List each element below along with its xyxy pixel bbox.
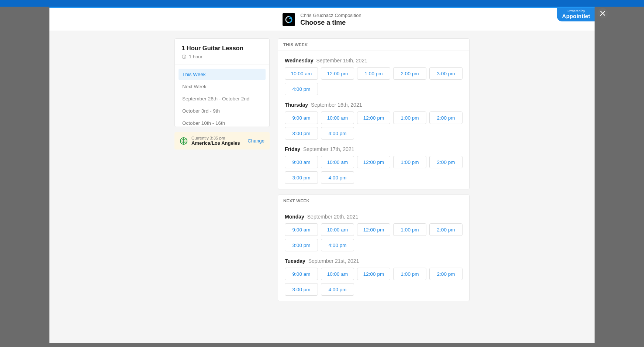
org-name: Chris Gruchacz Composition (300, 13, 361, 18)
day-label: Wednesday September 15th, 2021 (285, 58, 463, 63)
time-slot-button[interactable]: 12:00 pm (357, 111, 390, 124)
sidebar-week-item[interactable]: Next Week (179, 81, 266, 92)
service-title: 1 Hour Guitar Lesson (181, 45, 263, 52)
body-scroll[interactable]: 1 Hour Guitar Lesson 1 hour This WeekNex… (49, 31, 595, 343)
powered-by-label: Powered by (562, 10, 590, 13)
time-slot-button[interactable]: 1:00 pm (393, 111, 426, 124)
time-slot-button[interactable]: 4:00 pm (321, 283, 354, 296)
time-slot-button[interactable]: 4:00 pm (321, 239, 354, 251)
page-title: Choose a time (300, 19, 361, 27)
time-slot-button[interactable]: 12:00 pm (357, 156, 390, 168)
powered-by-badge[interactable]: Powered by Appointlet (557, 8, 595, 21)
time-slot-button[interactable]: 10:00 am (321, 111, 354, 124)
time-slot-button[interactable]: 3:00 pm (285, 127, 318, 140)
time-slot-button[interactable]: 1:00 pm (393, 223, 426, 236)
time-slot-button[interactable]: 12:00 pm (357, 223, 390, 236)
time-slot-button[interactable]: 4:00 pm (321, 171, 354, 184)
timezone-change-link[interactable]: Change (247, 138, 264, 144)
day-block: Tuesday September 21st, 20219:00 am10:00… (285, 251, 463, 296)
sidebar-week-item[interactable]: October 10th - 16th (179, 117, 266, 127)
time-slot-button[interactable]: 9:00 am (285, 156, 318, 168)
timezone-current-time: Currently 3:35 pm (191, 136, 244, 140)
day-label: Thursday September 16th, 2021 (285, 102, 463, 108)
time-slot-button[interactable]: 1:00 pm (393, 156, 426, 168)
sidebar-week-item[interactable]: October 3rd - 9th (179, 105, 266, 117)
day-label: Monday September 20th, 2021 (285, 214, 463, 220)
time-slot-button[interactable]: 2:00 pm (429, 268, 463, 280)
time-slot-button[interactable]: 12:00 pm (357, 268, 390, 280)
time-slot-button[interactable]: 10:00 am (285, 67, 318, 80)
time-slot-button[interactable]: 10:00 am (321, 223, 354, 236)
powered-by-brand: Appointlet (562, 13, 590, 20)
clock-icon (181, 54, 187, 59)
week-list-scroll[interactable]: This WeekNext WeekSeptember 26th - Octob… (175, 65, 269, 127)
time-slot-button[interactable]: 2:00 pm (429, 156, 463, 168)
day-block: Wednesday September 15th, 202110:00 am12… (285, 51, 463, 95)
week-card: NEXT WEEKMonday September 20th, 20219:00… (278, 195, 470, 301)
close-icon (600, 11, 605, 16)
time-slot-button[interactable]: 4:00 pm (321, 127, 354, 140)
service-duration: 1 hour (189, 54, 202, 59)
day-block: Monday September 20th, 20219:00 am10:00 … (285, 207, 463, 251)
logo-icon (285, 16, 293, 24)
time-slot-button[interactable]: 2:00 pm (429, 111, 463, 124)
day-block: Thursday September 16th, 20219:00 am10:0… (285, 95, 463, 140)
background-top-bar (0, 0, 644, 7)
time-slot-button[interactable]: 3:00 pm (285, 283, 318, 296)
globe-icon (180, 137, 188, 145)
time-slot-button[interactable]: 10:00 am (321, 156, 354, 168)
time-slot-button[interactable]: 3:00 pm (429, 67, 463, 80)
day-label: Friday September 17th, 2021 (285, 146, 463, 152)
close-button[interactable] (598, 8, 608, 18)
sidebar-week-item[interactable]: This Week (179, 69, 266, 80)
org-logo (283, 13, 295, 26)
sidebar: 1 Hour Guitar Lesson 1 hour This WeekNex… (174, 38, 270, 150)
time-slot-button[interactable]: 3:00 pm (285, 171, 318, 184)
time-slot-button[interactable]: 1:00 pm (357, 67, 390, 80)
time-slot-button[interactable]: 9:00 am (285, 223, 318, 236)
time-slot-button[interactable]: 9:00 am (285, 268, 318, 280)
time-slot-button[interactable]: 12:00 pm (321, 67, 354, 80)
day-block: Friday September 17th, 20219:00 am10:00 … (285, 140, 463, 184)
week-card: THIS WEEKWednesday September 15th, 20211… (278, 38, 470, 189)
time-slot-button[interactable]: 3:00 pm (285, 239, 318, 251)
header: Chris Gruchacz Composition Choose a time (49, 8, 595, 31)
time-slot-button[interactable]: 4:00 pm (285, 83, 318, 95)
time-slot-button[interactable]: 2:00 pm (429, 223, 463, 236)
day-label: Tuesday September 21st, 2021 (285, 258, 463, 264)
time-slot-button[interactable]: 2:00 pm (393, 67, 426, 80)
timezone-name: America/Los Angeles (191, 140, 244, 146)
sidebar-week-item[interactable]: September 26th - October 2nd (179, 93, 266, 104)
time-slot-button[interactable]: 9:00 am (285, 111, 318, 124)
booking-modal: Powered by Appointlet Chris Gruchacz Com… (49, 7, 595, 343)
week-card-header: NEXT WEEK (278, 195, 469, 207)
time-slot-button[interactable]: 1:00 pm (393, 268, 426, 280)
time-slot-button[interactable]: 10:00 am (321, 268, 354, 280)
slots-column: THIS WEEKWednesday September 15th, 20211… (278, 38, 470, 306)
week-card-header: THIS WEEK (278, 39, 469, 51)
timezone-box: Currently 3:35 pm America/Los Angeles Ch… (174, 132, 270, 150)
